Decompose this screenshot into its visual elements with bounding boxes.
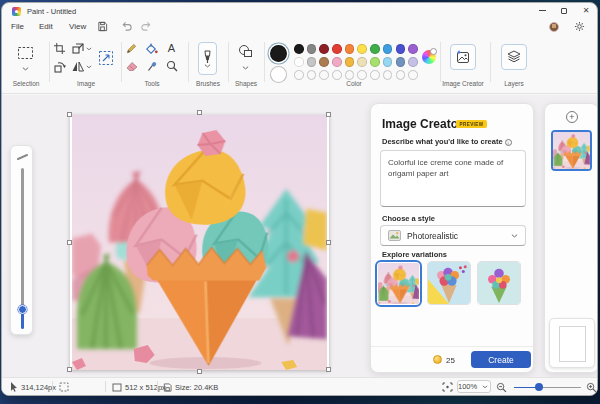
color-swatch[interactable] bbox=[370, 44, 380, 54]
layer-thumbnail[interactable] bbox=[551, 130, 592, 171]
empty-color-slot[interactable] bbox=[345, 70, 355, 80]
resize-dropdown-chevron[interactable] bbox=[86, 47, 92, 51]
color-swatch[interactable] bbox=[396, 57, 406, 67]
empty-color-slot[interactable] bbox=[294, 70, 304, 80]
layers-panel: + bbox=[544, 103, 598, 373]
size-slider-thumb[interactable] bbox=[18, 305, 27, 314]
selection-handle-bottom-right[interactable] bbox=[326, 367, 331, 372]
empty-color-slot[interactable] bbox=[370, 70, 380, 80]
color-swatch[interactable] bbox=[357, 57, 367, 67]
eyedropper-tool-icon[interactable] bbox=[147, 60, 158, 72]
fill-tool-icon[interactable] bbox=[146, 43, 158, 54]
menu-file[interactable]: File bbox=[8, 21, 27, 32]
layers-button[interactable] bbox=[501, 44, 527, 70]
group-label-selection: Selection bbox=[13, 80, 40, 87]
empty-color-slot[interactable] bbox=[396, 70, 406, 80]
text-tool-icon[interactable]: A bbox=[166, 42, 177, 54]
maximize-button[interactable] bbox=[553, 3, 575, 18]
color-swatch[interactable] bbox=[319, 57, 329, 67]
color-swatch[interactable] bbox=[332, 44, 342, 54]
fit-to-window-icon[interactable] bbox=[442, 382, 453, 392]
info-icon[interactable]: i bbox=[505, 139, 512, 146]
rotate-icon[interactable] bbox=[54, 61, 66, 73]
selection-handle-top-left[interactable] bbox=[67, 112, 72, 117]
empty-color-slot[interactable] bbox=[319, 70, 329, 80]
zoom-level-dropdown[interactable]: 100% bbox=[457, 380, 491, 393]
shapes-dropdown-chevron[interactable] bbox=[242, 66, 249, 70]
selection-dropdown-chevron[interactable] bbox=[22, 67, 29, 71]
color-swatch[interactable] bbox=[370, 57, 380, 67]
menu-view[interactable]: View bbox=[66, 21, 89, 32]
menu-edit[interactable]: Edit bbox=[36, 21, 56, 32]
crop-icon[interactable] bbox=[54, 43, 65, 54]
paint-app-icon bbox=[12, 7, 21, 16]
empty-color-slot[interactable] bbox=[383, 70, 393, 80]
empty-color-slot[interactable] bbox=[357, 70, 367, 80]
undo-icon[interactable] bbox=[121, 21, 132, 32]
color-swatch[interactable] bbox=[345, 57, 355, 67]
color-swatch[interactable] bbox=[357, 44, 367, 54]
resize-icon[interactable] bbox=[72, 43, 84, 54]
create-button[interactable]: Create bbox=[471, 351, 531, 368]
variation-thumbnail-3[interactable] bbox=[477, 261, 521, 305]
brushes-button[interactable] bbox=[198, 42, 217, 75]
color-swatch[interactable] bbox=[408, 44, 418, 54]
flip-icon[interactable] bbox=[72, 61, 84, 72]
eraser-tool-icon[interactable] bbox=[126, 61, 138, 71]
settings-gear-icon[interactable] bbox=[574, 21, 585, 32]
edit-colors-wheel-icon[interactable] bbox=[422, 50, 436, 64]
minimize-button[interactable] bbox=[531, 3, 553, 18]
selection-handle-mid-right[interactable] bbox=[326, 240, 331, 245]
selection-handle-top-center[interactable] bbox=[197, 110, 202, 115]
color-swatch[interactable] bbox=[396, 44, 406, 54]
image-creator-button[interactable] bbox=[450, 44, 476, 70]
canvas-workspace: Image Creator PREVIEW Describe what you'… bbox=[2, 95, 597, 379]
selection-handle-bottom-left[interactable] bbox=[67, 367, 72, 372]
selection-handle-top-right[interactable] bbox=[326, 112, 331, 117]
selection-tool-icon[interactable] bbox=[17, 46, 34, 60]
color-swatch[interactable] bbox=[307, 44, 317, 54]
color-swatch[interactable] bbox=[332, 57, 342, 67]
close-button[interactable]: ✕ bbox=[575, 3, 597, 18]
style-value: Photorealistic bbox=[407, 231, 505, 241]
selection-size-icon bbox=[59, 382, 69, 392]
group-label-tools: Tools bbox=[144, 80, 159, 87]
empty-color-slot[interactable] bbox=[408, 70, 418, 80]
color-swatch[interactable] bbox=[408, 57, 418, 67]
background-layer-card[interactable] bbox=[549, 318, 595, 368]
color-swatch[interactable] bbox=[383, 57, 393, 67]
account-avatar[interactable] bbox=[549, 22, 559, 32]
canvas-image[interactable] bbox=[70, 115, 329, 370]
color-swatch[interactable] bbox=[294, 57, 304, 67]
variation-thumbnail-2[interactable] bbox=[427, 261, 471, 305]
variations-label: Explore variations bbox=[382, 250, 447, 259]
selection-handle-mid-left[interactable] bbox=[67, 240, 72, 245]
foreground-color-swatch[interactable] bbox=[270, 45, 287, 62]
prompt-input[interactable]: Colorful ice creme cone made of origami … bbox=[380, 150, 526, 207]
zoom-out-icon[interactable] bbox=[496, 382, 507, 393]
zoom-slider-thumb[interactable] bbox=[535, 383, 543, 391]
magnifier-tool-icon[interactable] bbox=[166, 60, 178, 72]
empty-color-slot[interactable] bbox=[307, 70, 317, 80]
add-layer-button[interactable]: + bbox=[566, 111, 578, 123]
style-dropdown[interactable]: Photorealistic bbox=[380, 225, 526, 246]
redo-icon[interactable] bbox=[141, 21, 152, 32]
canvas-selection-icon[interactable] bbox=[98, 50, 114, 66]
flip-dropdown-chevron[interactable] bbox=[86, 65, 92, 69]
selection-handle-bottom-center[interactable] bbox=[197, 369, 202, 374]
color-swatch[interactable] bbox=[383, 44, 393, 54]
save-icon[interactable] bbox=[97, 21, 108, 32]
shapes-icon[interactable] bbox=[238, 44, 253, 58]
color-swatch[interactable] bbox=[294, 44, 304, 54]
variation-thumbnail-1[interactable] bbox=[375, 260, 422, 307]
color-swatch[interactable] bbox=[319, 44, 329, 54]
pencil-tool-icon[interactable] bbox=[126, 43, 137, 54]
zoom-in-icon[interactable] bbox=[586, 382, 597, 393]
color-swatch[interactable] bbox=[307, 57, 317, 67]
size-slider-track[interactable] bbox=[21, 168, 24, 311]
empty-color-slot[interactable] bbox=[332, 70, 342, 80]
describe-label: Describe what you'd like to createi bbox=[382, 137, 512, 146]
color-swatch[interactable] bbox=[345, 44, 355, 54]
background-color-swatch[interactable] bbox=[270, 66, 287, 83]
credits-coin-icon bbox=[433, 355, 442, 364]
